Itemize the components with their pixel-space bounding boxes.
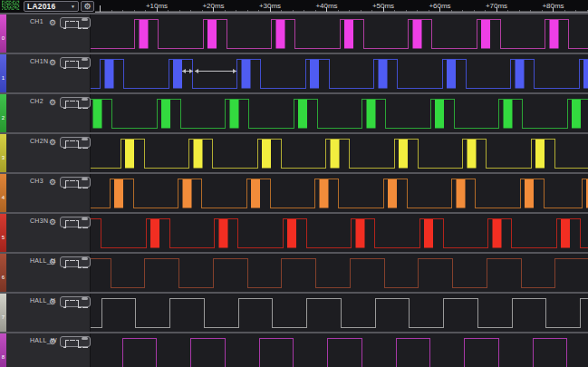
rising-edge-trigger-icon[interactable] — [63, 296, 69, 307]
channel-number: 4 — [0, 195, 6, 200]
waveform-hall_v[interactable] — [91, 294, 588, 332]
channel-settings-gear-icon[interactable]: ⚙ — [47, 17, 58, 28]
rising-edge-trigger-icon[interactable] — [63, 256, 69, 267]
row-drag-handle[interactable] — [82, 257, 88, 260]
channel-settings-gear-icon[interactable]: ⚙ — [47, 57, 58, 68]
waveform-ch3[interactable] — [91, 174, 588, 212]
channel-label[interactable]: 1CH1N⚙ — [0, 54, 91, 92]
channel-settings-gear-icon[interactable]: ⚙ — [47, 177, 58, 188]
channel-label[interactable]: 6HALL_U⚙ — [0, 254, 91, 292]
svg-text:+70ms: +70ms — [486, 2, 507, 10]
high-level-trigger-icon[interactable] — [69, 137, 75, 148]
rising-edge-trigger-icon[interactable] — [63, 177, 69, 188]
waveform-ch2[interactable] — [91, 94, 588, 132]
rising-edge-trigger-icon[interactable] — [63, 137, 69, 148]
high-level-trigger-icon[interactable] — [69, 296, 75, 307]
rising-edge-trigger-icon[interactable] — [63, 17, 69, 28]
channel-label[interactable]: 7HALL_V⚙ — [0, 294, 91, 332]
channel-color-strip[interactable] — [0, 14, 6, 53]
channel-number: 6 — [0, 275, 6, 280]
svg-text:+40ms: +40ms — [315, 2, 337, 10]
channel-settings-gear-icon[interactable]: ⚙ — [47, 137, 58, 148]
channel-label[interactable]: 0CH1⚙ — [0, 14, 91, 53]
row-drag-handle[interactable] — [82, 138, 88, 140]
waveform-hall_w[interactable] — [91, 333, 588, 367]
channel-rows: 0CH1⚙1CH1N⚙2CH2⚙3CH2N⚙4CH3⚙5CH3N⚙6HALL_U… — [0, 13, 588, 367]
channel-color-strip[interactable] — [0, 134, 6, 172]
channel-color-strip[interactable] — [0, 54, 6, 92]
row-drag-handle[interactable] — [82, 297, 88, 300]
waveform-ch2n[interactable] — [91, 134, 588, 172]
channel-name: CH2 — [30, 98, 43, 104]
falling-edge-trigger-icon[interactable] — [75, 137, 82, 148]
measurement-arrow[interactable] — [182, 69, 193, 73]
high-level-trigger-icon[interactable] — [69, 256, 75, 267]
falling-edge-trigger-icon[interactable] — [75, 256, 82, 267]
waveform-ch1[interactable] — [91, 14, 588, 53]
rising-edge-trigger-icon[interactable] — [63, 217, 69, 227]
falling-edge-trigger-icon[interactable] — [75, 177, 82, 188]
channel-settings-gear-icon[interactable]: ⚙ — [47, 97, 58, 108]
falling-edge-trigger-icon[interactable] — [75, 97, 82, 108]
channel-settings-gear-icon[interactable]: ⚙ — [47, 256, 58, 267]
rising-edge-trigger-icon[interactable] — [63, 97, 69, 108]
high-level-trigger-icon[interactable] — [69, 97, 75, 108]
row-drag-handle[interactable] — [82, 18, 88, 21]
high-level-trigger-icon[interactable] — [69, 177, 75, 188]
channel-settings-gear-icon[interactable]: ⚙ — [47, 296, 58, 307]
svg-text:+30ms: +30ms — [259, 2, 281, 10]
falling-edge-trigger-icon[interactable] — [75, 336, 82, 347]
falling-edge-trigger-icon[interactable] — [75, 17, 82, 28]
waveform-hall_u[interactable] — [91, 254, 588, 292]
device-name: LA2016 — [27, 2, 55, 11]
waveform-ch3n[interactable] — [91, 214, 588, 252]
waveform-ch1n[interactable] — [91, 54, 588, 92]
svg-text:+10ms: +10ms — [146, 2, 168, 10]
measurement-arrow[interactable] — [195, 69, 236, 73]
channel-color-strip[interactable] — [0, 254, 6, 292]
high-level-trigger-icon[interactable] — [69, 336, 75, 347]
rising-edge-trigger-icon[interactable] — [63, 336, 69, 347]
high-level-trigger-icon[interactable] — [69, 17, 75, 28]
channel-number: 2 — [0, 115, 6, 121]
timeline-ruler[interactable]: +10ms+20ms+30ms+40ms+50ms+60ms+70ms+80ms — [91, 0, 588, 13]
device-select-button[interactable]: LA2016 ▼ — [24, 1, 79, 12]
top-toolbar: LA2016 ▼ ⚙ +10ms+20ms+30ms+40ms+50ms+60m… — [0, 0, 588, 13]
channel-settings-gear-icon[interactable]: ⚙ — [47, 336, 58, 347]
channel-number: 3 — [0, 155, 6, 160]
row-drag-handle[interactable] — [82, 178, 88, 180]
channel-row-hall_w: 8HALL_W⚙ — [0, 332, 588, 367]
channel-label[interactable]: 5CH3N⚙ — [0, 214, 91, 252]
channel-settings-gear-icon[interactable]: ⚙ — [47, 217, 58, 227]
channel-number: 1 — [0, 75, 6, 81]
channel-name: CH3N — [30, 217, 48, 224]
falling-edge-trigger-icon[interactable] — [75, 296, 82, 307]
svg-text:+80ms: +80ms — [542, 2, 564, 10]
high-level-trigger-icon[interactable] — [69, 57, 75, 68]
channel-label[interactable]: 8HALL_W⚙ — [0, 333, 91, 367]
channel-label[interactable]: 2CH2⚙ — [0, 94, 91, 132]
falling-edge-trigger-icon[interactable] — [75, 57, 82, 68]
settings-button[interactable]: ⚙ — [81, 1, 94, 12]
channel-color-strip[interactable] — [0, 94, 6, 132]
channel-number: 7 — [0, 314, 6, 320]
channel-row-ch1: 0CH1⚙ — [0, 13, 588, 53]
row-drag-handle[interactable] — [82, 337, 88, 340]
channel-color-strip[interactable] — [0, 294, 6, 332]
channel-color-strip[interactable] — [0, 174, 6, 212]
channel-number: 8 — [0, 354, 6, 360]
kingst-logo-icon — [2, 0, 21, 11]
channel-color-strip[interactable] — [0, 333, 6, 367]
row-drag-handle[interactable] — [82, 58, 88, 61]
channel-row-hall_v: 7HALL_V⚙ — [0, 292, 588, 332]
svg-text:+50ms: +50ms — [372, 2, 394, 10]
falling-edge-trigger-icon[interactable] — [75, 217, 82, 227]
row-drag-handle[interactable] — [82, 98, 88, 101]
row-drag-handle[interactable] — [82, 217, 88, 220]
rising-edge-trigger-icon[interactable] — [63, 57, 69, 68]
high-level-trigger-icon[interactable] — [69, 217, 75, 227]
channel-label[interactable]: 4CH3⚙ — [0, 174, 91, 212]
channel-name: CH1 — [30, 18, 43, 24]
channel-color-strip[interactable] — [0, 214, 6, 252]
channel-label[interactable]: 3CH2N⚙ — [0, 134, 91, 172]
